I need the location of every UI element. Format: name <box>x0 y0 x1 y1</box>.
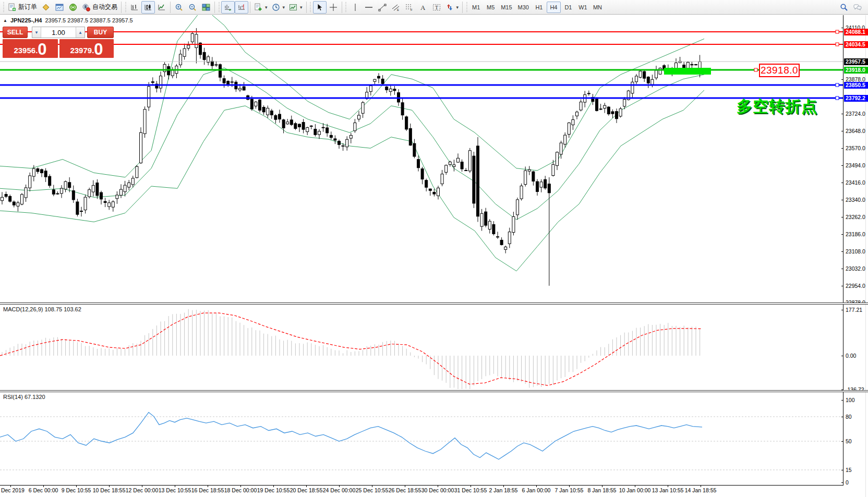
time-tick-mark <box>339 485 340 487</box>
timeframe-M30[interactable]: M30 <box>515 2 532 13</box>
horizontal-line-button[interactable] <box>362 1 376 14</box>
buy-price-display[interactable]: 23979.0 <box>59 39 114 58</box>
zoom-in-button[interactable] <box>172 1 186 14</box>
highlight-rect <box>664 68 711 75</box>
ohlc-values: 23957.5 23987.5 23887.5 23957.5 <box>45 17 132 23</box>
time-tick-label: 31 Dec 10:55 <box>454 487 487 493</box>
toolbar-grip[interactable] <box>2 2 5 13</box>
arrows-button[interactable]: ▾ <box>443 1 461 14</box>
time-tick-mark <box>471 485 471 487</box>
text-button[interactable]: A <box>416 1 430 14</box>
price-badge-23850.5: 23850.5 <box>844 82 868 89</box>
time-tick-label: 16 Dec 18:55 <box>191 487 224 493</box>
toolbar-grip[interactable] <box>465 2 468 13</box>
text-label-button[interactable]: T <box>430 1 443 14</box>
candlestick-chart-button[interactable] <box>141 1 155 14</box>
timeframe-M5[interactable]: M5 <box>484 2 498 13</box>
svg-text:T: T <box>435 5 438 10</box>
volume-increase-button[interactable]: ▲ <box>76 27 85 38</box>
price-tick-label: 23186.0 <box>846 231 865 237</box>
volume-decrease-button[interactable]: ▼ <box>32 27 41 38</box>
fibonacci-icon: F <box>405 3 414 11</box>
volume-stepper: ▼ 1.00 ▲ <box>32 27 85 38</box>
main-chart-canvas[interactable] <box>0 15 843 302</box>
sell-button[interactable]: SELL <box>3 27 28 38</box>
pane-separator[interactable] <box>0 390 868 392</box>
time-tick-label: 13 Dec 10:55 <box>159 487 191 493</box>
volume-value[interactable]: 1.00 <box>41 27 76 38</box>
chart-annotation-text[interactable]: 多空转折点 <box>737 96 817 117</box>
chart-shift-button[interactable] <box>235 1 248 14</box>
text-label-icon: T <box>432 3 441 11</box>
price-axis-line <box>843 15 843 485</box>
time-tick-mark <box>372 485 372 487</box>
toolbar-grip[interactable] <box>218 2 220 13</box>
price-tick-mark <box>841 217 843 217</box>
cursor-icon <box>316 3 324 11</box>
timeframe-H4[interactable]: H4 <box>547 2 561 13</box>
timeframe-D1[interactable]: D1 <box>561 2 575 13</box>
price-tick-label: 23108.0 <box>846 248 865 254</box>
candles <box>1 28 702 286</box>
collapse-panel-icon[interactable]: ▲ <box>3 18 7 23</box>
trendline-button[interactable] <box>376 1 389 14</box>
timeframe-M1[interactable]: M1 <box>469 2 483 13</box>
chart-window-button[interactable] <box>53 1 66 14</box>
rsi-pane-canvas[interactable] <box>0 393 843 485</box>
time-tick-mark <box>569 485 570 487</box>
toolbar-grip[interactable] <box>309 2 312 13</box>
time-tick-mark <box>43 485 44 487</box>
indicators-button[interactable]: ▾ <box>252 1 270 14</box>
time-tick-mark <box>175 485 175 487</box>
auto-trading-label: 自动交易 <box>92 3 117 11</box>
chat-icon[interactable] <box>853 3 862 11</box>
sell-price-display[interactable]: 23956.0 <box>3 39 58 58</box>
timeframe-M15[interactable]: M15 <box>498 2 514 13</box>
time-tick-label: 7 Jan 10:55 <box>555 487 584 493</box>
rsi-tick-label: 50 <box>846 438 852 444</box>
zoom-in-icon <box>175 3 183 11</box>
market-button[interactable] <box>39 1 53 14</box>
timeframe-H1[interactable]: H1 <box>532 2 546 13</box>
dropdown-caret-icon: ▾ <box>283 5 285 10</box>
time-tick-mark <box>76 485 77 487</box>
time-tick-mark <box>306 485 307 487</box>
price-tick-mark <box>841 165 843 166</box>
toolbar-grip[interactable] <box>124 2 127 13</box>
dropdown-caret-icon: ▾ <box>265 5 268 10</box>
price-badge-24034.5: 24034.5 <box>844 41 868 48</box>
time-tick-mark <box>109 485 110 487</box>
periods-button[interactable]: ▾ <box>270 1 287 14</box>
zoom-out-button[interactable] <box>186 1 199 14</box>
time-tick-mark <box>240 485 241 487</box>
timeframe-W1[interactable]: W1 <box>576 2 590 13</box>
timeframe-MN[interactable]: MN <box>590 2 605 13</box>
crosshair-button[interactable] <box>327 1 340 14</box>
templates-button[interactable]: ▾ <box>287 1 305 14</box>
fibonacci-button[interactable]: F <box>403 1 416 14</box>
line-handle <box>836 83 839 87</box>
line-chart-button[interactable] <box>155 1 168 14</box>
bar-chart-button[interactable] <box>128 1 141 14</box>
equidistant-channel-button[interactable]: E <box>389 1 403 14</box>
time-tick-mark <box>536 485 537 487</box>
tile-windows-button[interactable] <box>199 1 213 14</box>
macd-pane-canvas[interactable] <box>0 305 843 390</box>
new-order-button[interactable]: 新订单 <box>6 1 39 14</box>
price-tick-mark <box>841 148 843 149</box>
auto-scroll-button[interactable] <box>221 1 235 14</box>
price-tick-label: 23494.0 <box>846 162 865 168</box>
toolbar-grip[interactable] <box>345 2 347 13</box>
cursor-button[interactable] <box>313 1 327 14</box>
signals-button[interactable] <box>66 1 80 14</box>
buy-button[interactable]: BUY <box>87 27 114 38</box>
vertical-line-button[interactable] <box>348 1 362 14</box>
auto-trading-button[interactable]: 自动交易 <box>80 1 119 14</box>
pane-separator[interactable] <box>0 302 868 305</box>
price-callout-label[interactable]: 23918.0 <box>759 64 800 77</box>
rsi-tick-mark <box>841 400 843 401</box>
price-tick-label: 23648.0 <box>846 128 865 134</box>
rsi-tick-mark <box>841 417 843 417</box>
search-icon[interactable] <box>840 3 848 11</box>
time-tick-mark <box>668 485 668 487</box>
